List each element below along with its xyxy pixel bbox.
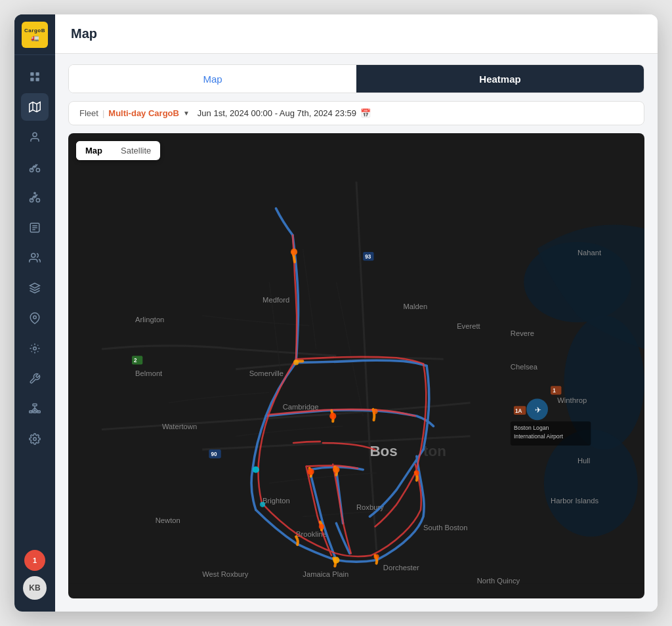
svg-point-88 (374, 554, 379, 559)
svg-point-37 (544, 429, 638, 536)
svg-text:Hull: Hull (578, 457, 590, 465)
svg-point-90 (253, 467, 259, 473)
svg-text:✈: ✈ (535, 406, 541, 415)
main-content: Map Map Heatmap Fleet | Multi-day CargoB… (55, 14, 658, 612)
svg-point-20 (33, 347, 37, 350)
svg-text:Somerville: Somerville (249, 369, 284, 377)
svg-point-85 (333, 467, 339, 473)
sidebar-item-tools[interactable] (21, 365, 49, 392)
svg-point-84 (307, 469, 314, 475)
svg-point-91 (260, 502, 265, 507)
svg-text:Belmont: Belmont (135, 369, 163, 377)
svg-text:Boston Logan: Boston Logan (514, 425, 549, 432)
svg-text:Arlington: Arlington (135, 316, 164, 323)
logo[interactable]: CargoB 🚛 (14, 14, 55, 55)
svg-text:Chelsea: Chelsea (511, 363, 538, 371)
svg-text:North Quincy: North Quincy (477, 577, 520, 585)
logo-text: CargoB (24, 28, 45, 33)
map-toggle-map[interactable]: Map (76, 141, 112, 160)
sidebar-item-orders[interactable] (21, 214, 49, 241)
svg-text:93: 93 (365, 254, 371, 260)
svg-point-86 (319, 524, 324, 529)
map-type-toggle: Map Satellite (76, 141, 160, 160)
svg-point-89 (414, 470, 419, 476)
svg-text:South Boston: South Boston (423, 524, 467, 532)
svg-text:Brighton: Brighton (262, 497, 290, 505)
sidebar-item-location[interactable] (21, 304, 49, 332)
svg-point-9 (36, 169, 39, 172)
tab-map[interactable]: Map (69, 65, 356, 93)
svg-text:Harbor Islands: Harbor Islands (551, 497, 598, 505)
fleet-label: Fleet (79, 108, 98, 118)
sidebar-item-people[interactable] (21, 244, 49, 272)
svg-text:West Roxbury: West Roxbury (202, 570, 249, 578)
fleet-value: Multi-day CargoB (108, 108, 179, 118)
fleet-selector[interactable]: Fleet | Multi-day CargoB ▼ (79, 108, 190, 118)
svg-point-19 (33, 316, 37, 319)
sidebar-item-bike2[interactable] (21, 184, 49, 211)
sidebar-item-bike1[interactable] (21, 154, 49, 181)
filter-bar: Fleet | Multi-day CargoB ▼ Jun 1st, 2024… (68, 101, 644, 125)
map-background: Map Satellite (68, 133, 644, 598)
svg-text:Winthrop: Winthrop (557, 396, 587, 404)
sidebar-item-map[interactable] (21, 93, 49, 121)
map-svg: Arlington Medford Malden Everett Revere … (68, 133, 644, 598)
sidebar-bottom: 1 KB (23, 550, 47, 605)
date-range-text: Jun 1st, 2024 00:00 - Aug 7th, 2024 23:5… (198, 108, 356, 118)
svg-point-17 (32, 253, 35, 257)
svg-text:International Airport: International Airport (514, 433, 564, 440)
avatar-button[interactable]: KB (23, 576, 47, 600)
svg-rect-3 (36, 78, 39, 81)
svg-text:Nahant: Nahant (578, 249, 602, 257)
svg-text:Everett: Everett (457, 322, 480, 330)
svg-text:1: 1 (553, 388, 556, 394)
sidebar-item-settings[interactable] (21, 425, 49, 453)
svg-text:1A: 1A (515, 408, 522, 414)
svg-rect-1 (36, 72, 39, 75)
svg-text:2: 2 (134, 358, 137, 364)
tab-switcher: Map Heatmap (68, 64, 644, 93)
svg-rect-25 (33, 404, 37, 406)
tab-heatmap[interactable]: Heatmap (356, 65, 644, 93)
svg-text:Cambridge: Cambridge (283, 403, 319, 411)
svg-text:Newton: Newton (156, 516, 180, 524)
page-title: Map (71, 26, 97, 41)
svg-point-7 (33, 133, 37, 136)
svg-point-87 (333, 556, 339, 563)
sidebar-nav (21, 60, 49, 550)
map-toggle-satellite[interactable]: Satellite (112, 141, 160, 160)
top-bar: Map (55, 14, 658, 54)
sidebar-item-layers[interactable] (21, 274, 49, 302)
svg-point-33 (33, 438, 37, 441)
app-window: CargoB 🚛 (14, 14, 658, 612)
sidebar-item-dashboard[interactable] (21, 63, 49, 91)
svg-rect-2 (30, 78, 33, 81)
svg-text:Medford: Medford (262, 296, 289, 304)
svg-point-83 (373, 409, 378, 414)
map-container: Map Satellite (68, 133, 644, 598)
sidebar-item-integrations[interactable] (21, 335, 49, 362)
sidebar: CargoB 🚛 (14, 14, 55, 612)
logo-truck-icon: 🚛 (31, 34, 39, 41)
svg-point-82 (329, 413, 336, 419)
svg-text:Malden: Malden (403, 303, 427, 310)
svg-marker-4 (30, 102, 41, 112)
svg-rect-0 (30, 72, 33, 75)
svg-marker-18 (30, 283, 40, 289)
svg-text:Dorchester: Dorchester (383, 564, 419, 572)
calendar-icon: 📅 (360, 108, 371, 118)
svg-text:Jamaica Plain: Jamaica Plain (303, 570, 348, 578)
svg-point-80 (291, 249, 297, 255)
svg-text:Bos: Bos (369, 443, 397, 459)
date-range-picker[interactable]: Jun 1st, 2024 00:00 - Aug 7th, 2024 23:5… (198, 108, 371, 118)
sidebar-item-hierarchy[interactable] (21, 395, 49, 423)
svg-point-11 (36, 199, 39, 202)
svg-point-12 (34, 192, 35, 194)
svg-text:Watertown: Watertown (162, 423, 197, 430)
sidebar-item-user[interactable] (21, 123, 49, 151)
notification-button[interactable]: 1 (24, 550, 45, 571)
svg-text:Revere: Revere (511, 329, 534, 337)
svg-text:90: 90 (211, 451, 217, 457)
fleet-dropdown-icon: ▼ (183, 110, 190, 117)
svg-text:ton: ton (423, 443, 446, 459)
